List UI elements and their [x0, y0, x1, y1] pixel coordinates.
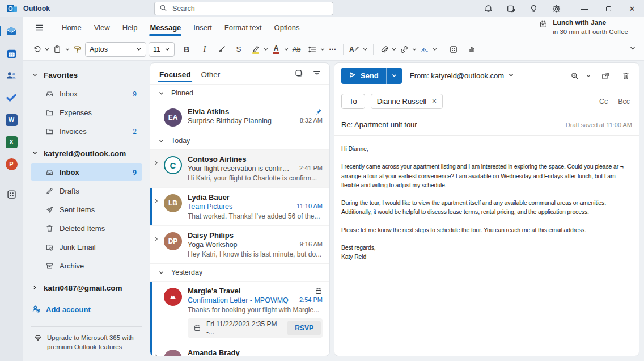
bcc-button[interactable]: Bcc: [618, 98, 630, 106]
tab-home[interactable]: Home: [56, 19, 88, 36]
rail-more-apps-icon[interactable]: [4, 187, 19, 202]
tips-lightbulb-icon[interactable]: [522, 0, 545, 17]
cc-button[interactable]: Cc: [599, 98, 608, 106]
attach-chevron-icon[interactable]: [391, 47, 397, 52]
rail-excel-icon[interactable]: X: [4, 135, 19, 149]
paste-icon[interactable]: [51, 41, 63, 57]
favorite-inbox[interactable]: Inbox 9: [31, 85, 142, 103]
maximize-button[interactable]: [596, 0, 620, 17]
message-row-daisy[interactable]: DP Daisy Philips Yoga Workshop 9:16 AM H…: [150, 225, 329, 263]
insert-link-icon[interactable]: [398, 41, 410, 57]
collapse-ribbon-chevron-icon[interactable]: [629, 45, 636, 53]
folder-archive[interactable]: Archive: [31, 257, 142, 275]
tab-options[interactable]: Options: [268, 19, 306, 36]
tab-format-text[interactable]: Format text: [218, 19, 268, 36]
account-outlook-header[interactable]: katyreid@outlook.com: [31, 143, 142, 163]
format-painter-icon[interactable]: [71, 41, 84, 57]
favorite-invoices[interactable]: Invoices 2: [31, 123, 142, 140]
font-color-icon[interactable]: A: [270, 41, 282, 57]
rail-powerpoint-icon[interactable]: P: [4, 157, 19, 171]
tab-insert[interactable]: Insert: [187, 19, 218, 36]
select-messages-icon[interactable]: [294, 69, 303, 79]
group-pinned[interactable]: Pinned: [150, 84, 329, 102]
highlight-chevron-icon[interactable]: [263, 47, 269, 52]
expand-chevron-icon[interactable]: [152, 193, 160, 220]
to-button[interactable]: To: [341, 94, 365, 109]
font-color-chevron-icon[interactable]: [283, 47, 289, 52]
message-row-elvia[interactable]: EA Elvia Atkins Surprise Birthday Planni…: [150, 102, 329, 132]
styles-chevron-icon[interactable]: [362, 47, 368, 52]
send-button[interactable]: Send: [341, 68, 402, 84]
favorite-expenses[interactable]: Expenses: [31, 104, 142, 121]
folder-sent-items[interactable]: Sent Items: [31, 201, 142, 219]
minimize-button[interactable]: —: [573, 0, 596, 17]
line-spacing-chevron-icon[interactable]: [320, 47, 325, 52]
recipient-chip[interactable]: Dianne Russell ✕: [371, 94, 443, 109]
line-spacing-icon[interactable]: [306, 41, 319, 57]
tab-help[interactable]: Help: [116, 19, 144, 36]
settings-gear-icon[interactable]: [545, 0, 567, 17]
rail-mail-icon[interactable]: [4, 24, 19, 39]
clear-formatting-icon[interactable]: Ab: [290, 41, 303, 57]
group-today[interactable]: Today: [150, 132, 329, 149]
expand-chevron-icon[interactable]: [152, 155, 160, 182]
tab-other[interactable]: Other: [201, 70, 221, 84]
rsvp-button[interactable]: RSVP: [287, 321, 321, 335]
attach-file-icon[interactable]: [378, 41, 390, 57]
account-gmail-header[interactable]: katri0487@gmail.com: [31, 278, 142, 297]
rail-todo-icon[interactable]: [4, 90, 19, 105]
expand-chevron-icon[interactable]: [152, 231, 160, 258]
strikethrough-button[interactable]: S: [232, 41, 245, 57]
paste-chevron-icon[interactable]: [65, 47, 70, 52]
font-name-select[interactable]: Aptos: [85, 42, 146, 57]
highlight-color-icon[interactable]: [249, 41, 262, 57]
tab-view[interactable]: View: [88, 19, 116, 36]
more-formatting-icon[interactable]: ⋯: [327, 41, 339, 57]
add-account-button[interactable]: Add account: [31, 297, 142, 321]
meeting-card[interactable]: Fri 11/22/2023 2:35 PM -... RSVP: [188, 318, 323, 338]
message-row-lydia[interactable]: LB Lydia Bauer Team Pictures 11:10 AM Th…: [150, 187, 329, 225]
font-size-select[interactable]: 11: [149, 42, 175, 57]
rail-calendar-icon[interactable]: [4, 46, 19, 61]
message-row-amanda[interactable]: AB Amanda Brady Apartment Parking Spot O…: [150, 343, 329, 356]
search-box[interactable]: [154, 2, 333, 15]
undo-icon[interactable]: [31, 41, 43, 57]
favorites-header[interactable]: Favorites: [31, 66, 142, 85]
signature-icon[interactable]: [418, 41, 431, 57]
folder-inbox-selected[interactable]: Inbox 9: [31, 163, 142, 181]
my-day-icon[interactable]: [499, 0, 522, 17]
hamburger-menu-icon[interactable]: [31, 23, 48, 32]
signature-chevron-icon[interactable]: [432, 47, 438, 52]
close-button[interactable]: ✕: [620, 0, 644, 17]
link-chevron-icon[interactable]: [412, 47, 417, 52]
group-yesterday[interactable]: Yesterday: [150, 263, 329, 281]
remove-recipient-icon[interactable]: ✕: [431, 98, 437, 105]
folder-junk-email[interactable]: Junk Email: [31, 238, 142, 256]
folder-deleted-items[interactable]: Deleted Items: [31, 220, 142, 237]
rail-people-icon[interactable]: [4, 68, 19, 83]
rail-word-icon[interactable]: W: [4, 112, 19, 127]
subject-field[interactable]: Re: Apartment unit tour: [341, 120, 566, 129]
message-body-editor[interactable]: Hi Dianne, I recently came across your a…: [334, 136, 639, 356]
tab-focused[interactable]: Focused: [159, 70, 191, 84]
tab-message[interactable]: Message: [143, 19, 187, 36]
discard-trash-icon[interactable]: [620, 68, 632, 84]
notifications-bell-icon[interactable]: [477, 0, 499, 17]
open-in-new-window-icon[interactable]: [599, 68, 612, 84]
search-input[interactable]: [171, 4, 328, 13]
upcoming-event-card[interactable]: Lunch with Jane in 30 min at Fourth Coff…: [539, 19, 636, 36]
upgrade-banner[interactable]: Upgrade to Microsoft 365 with premium Ou…: [31, 326, 142, 354]
zoom-icon[interactable]: [569, 68, 581, 84]
undo-chevron-icon[interactable]: [44, 47, 50, 52]
styles-icon[interactable]: A: [348, 41, 361, 57]
from-selector[interactable]: From: katyreid@outlook.com: [410, 72, 514, 80]
message-row-contoso[interactable]: C Contoso Airlines Your flight reservati…: [150, 149, 329, 187]
folder-drafts[interactable]: Drafts: [31, 182, 142, 200]
bold-button[interactable]: B: [180, 41, 193, 57]
insert-chart-icon[interactable]: [465, 41, 478, 57]
italic-button[interactable]: I: [198, 41, 211, 57]
pin-icon[interactable]: [315, 108, 323, 116]
message-row-margie[interactable]: Margie's Travel Confirmation Letter - MP…: [150, 281, 329, 343]
send-options-chevron-icon[interactable]: [386, 68, 402, 84]
apps-icon[interactable]: [447, 41, 460, 57]
